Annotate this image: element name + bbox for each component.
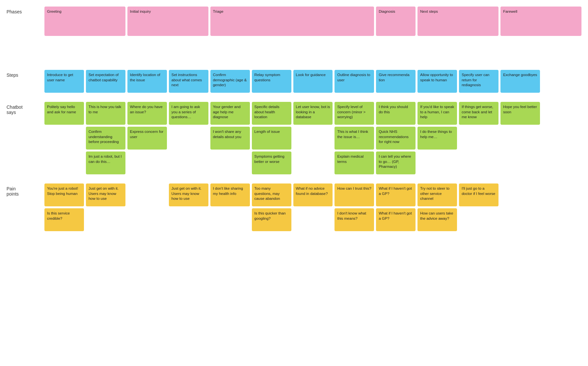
chatbot-r3-3-empty xyxy=(169,151,208,174)
chatbot-r1-5: Specific details about health location xyxy=(252,102,291,125)
chatbot-r2-11-empty xyxy=(500,127,540,150)
pain-r2-11-empty xyxy=(500,208,540,231)
chatbot-r2-2: Express concern for user xyxy=(127,127,167,150)
steps-label: Steps xyxy=(7,70,42,93)
chatbot-r2-1: Confirm understanding before proceeding xyxy=(86,127,125,150)
chatbot-r3-6-empty xyxy=(293,151,333,174)
chatbot-r3-11-empty xyxy=(500,151,540,174)
main-grid: Phases Greeting Initial inquiry Triage D… xyxy=(7,7,581,231)
chatbot-r1-9: If you'd like to speak to a human, I can… xyxy=(417,102,457,125)
step-3: Set instructions about what comes next xyxy=(169,70,208,93)
chatbot-r2-4: I won't share any details about you xyxy=(210,127,250,150)
chatbot-r1-11: Hope you feel better soon xyxy=(500,102,540,125)
gap-2 xyxy=(7,95,581,100)
chatbot-r2-3-empty xyxy=(169,127,208,150)
gap-1 xyxy=(7,63,581,68)
chatbot-r3-4-empty xyxy=(210,151,250,174)
pain-r2-label-empty xyxy=(7,208,42,231)
pain-r1-0: You're just a robot! Stop being human xyxy=(44,183,84,206)
chatbot-r2-10-empty xyxy=(459,127,498,150)
chatbot-r2-8: Quick NHS recommendations for right now xyxy=(376,127,416,150)
chatbot-r1-12-empty xyxy=(542,102,581,125)
pain-r1-12-empty xyxy=(542,183,581,206)
chatbot-r3-9-empty xyxy=(417,151,457,174)
step-1: Set expectation of chatbot capability xyxy=(86,70,125,93)
chatbot-r2-9: I do these things to help me… xyxy=(417,127,457,150)
phase-triage: Triage xyxy=(210,7,374,36)
chatbot-r3-7: Explain medical terms xyxy=(335,151,374,174)
chatbot-r3-12-empty xyxy=(542,151,581,174)
phase-diagnosis: Diagnosis xyxy=(376,7,416,36)
phase-initial-inquiry: Initial inquiry xyxy=(127,7,208,36)
step-7: Outline diagnosis to user xyxy=(335,70,374,93)
pain-r1-1: Just get on with it. Users may know how … xyxy=(86,183,125,206)
pain-r2-12-empty xyxy=(542,208,581,231)
pain-r2-1-empty xyxy=(86,208,125,231)
chatbot-r2-0-empty xyxy=(44,127,84,150)
pain-r2-9: How can users take the advice away? xyxy=(417,208,457,231)
pain-r1-3: Just get on with it. Users may know how … xyxy=(169,183,208,206)
pain-r1-4: I don't like sharing my health info xyxy=(210,183,250,206)
pain-r2-8: What if I haven't got a GP? xyxy=(376,208,416,231)
chatbot-r2-7: This is what I think the issue is… xyxy=(335,127,374,150)
pain-r2-0: Is this service credible? xyxy=(44,208,84,231)
pain-r1-9: Try not to steer to other service channe… xyxy=(417,183,457,206)
chatbot-r3-8: I can tell you where to go… (GP, Pharmac… xyxy=(376,151,416,174)
phases-label: Phases xyxy=(7,7,42,36)
chatbot-r3-label-empty xyxy=(7,151,42,174)
chatbot-r1-7: Specify level of concern (minor > worryi… xyxy=(335,102,374,125)
chatbot-r3-5: Symptoms getting better or worse xyxy=(252,151,291,174)
chatbot-r2-5: Length of issue xyxy=(252,127,291,150)
chatbot-r1-4: Your gender and age help me diagnose xyxy=(210,102,250,125)
step-11: Exchange goodbyes xyxy=(500,70,540,93)
pain-r1-5: Too many questions, may cause abandon xyxy=(252,183,291,206)
chatbot-r3-1: Im just a robot, but I can do this… xyxy=(86,151,125,174)
phase-empty xyxy=(7,38,42,61)
chatbot-r3-2-empty xyxy=(127,151,167,174)
chatbot-r2-12-empty xyxy=(542,127,581,150)
gap-3 xyxy=(7,176,581,182)
step-0: Introduce to get user name xyxy=(44,70,84,93)
chatbot-r1-10: If things get worse, come back and let m… xyxy=(459,102,498,125)
pain-points-label: Painpoints xyxy=(7,183,42,206)
chatbot-r3-0-empty xyxy=(44,151,84,174)
phase-farewell: Farewell xyxy=(500,7,581,36)
chatbot-r1-1: This is how you talk to me xyxy=(86,102,125,125)
step-10: Specify user can return for rediagnosis xyxy=(459,70,498,93)
chatbot-r1-2: Where do you have an issue? xyxy=(127,102,167,125)
chatbot-r1-8: I think you should do this xyxy=(376,102,416,125)
step-8: Give recommenda tion xyxy=(376,70,416,93)
chatbot-r3-10-empty xyxy=(459,151,498,174)
pain-r1-11-empty xyxy=(500,183,540,206)
phase-next-steps: Next steps xyxy=(417,7,498,36)
pain-r1-2-empty xyxy=(127,183,167,206)
pain-r2-3-empty xyxy=(169,208,208,231)
step-5: Relay symptom questions xyxy=(252,70,291,93)
step-9: Allow opportunity to speak to human xyxy=(417,70,457,93)
pain-r2-4-empty xyxy=(210,208,250,231)
chatbot-r1-6: Let user know, bot is looking in a datab… xyxy=(293,102,333,125)
pain-r1-7: How can I trust this? xyxy=(335,183,374,206)
step-4: Confirm demographic (age & gender) xyxy=(210,70,250,93)
pain-r1-6: What if no advice found in database? xyxy=(293,183,333,206)
pain-r2-6-empty xyxy=(293,208,333,231)
pain-r2-7: I don't know what this means? xyxy=(335,208,374,231)
pain-r2-5: Is this quicker than googling? xyxy=(252,208,291,231)
phase-greeting: Greeting xyxy=(44,7,125,36)
step-6: Look for guidance xyxy=(293,70,333,93)
pain-r1-8: What if I haven't got a GP? xyxy=(376,183,416,206)
chatbot-r1-3: I am going to ask you a series of questi… xyxy=(169,102,208,125)
pain-r2-10-empty xyxy=(459,208,498,231)
chatbot-r2-6-empty xyxy=(293,127,333,150)
step-12-empty xyxy=(542,70,581,93)
chatbot-r1-0: Politely say hello and ask for name xyxy=(44,102,84,125)
chatbot-label: Chatbotsays xyxy=(7,102,42,125)
chatbot-r2-label-empty xyxy=(7,127,42,150)
step-2: Identify location of the issue xyxy=(127,70,167,93)
pain-r1-10: I'll just go to a doctor if I feel worse xyxy=(459,183,498,206)
pain-r2-2-empty xyxy=(127,208,167,231)
